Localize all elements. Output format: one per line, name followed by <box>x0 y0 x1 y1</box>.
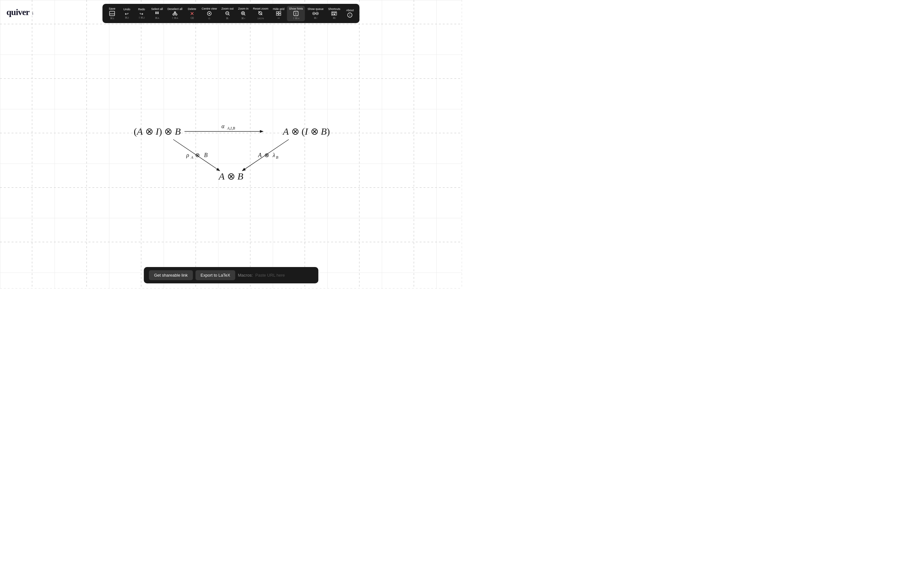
undo-shortcut: ⌘Z <box>125 16 129 19</box>
svg-text:ρ: ρ <box>186 152 189 158</box>
svg-point-18 <box>158 13 159 14</box>
show-hints-shortcut: ⇧⌘H <box>292 17 299 20</box>
zoom-in-shortcut: ⌘= <box>241 17 246 20</box>
toolbar-zoom-out[interactable]: Zoom out ⌘- <box>220 6 236 21</box>
svg-rect-39 <box>279 14 281 15</box>
svg-rect-51 <box>333 14 333 15</box>
svg-rect-37 <box>279 11 281 13</box>
svg-text:B: B <box>204 152 208 158</box>
svg-text:A,I,B: A,I,B <box>227 126 235 131</box>
logo[interactable]: quiver ↓ <box>6 7 34 17</box>
zoom-in-label: Zoom in <box>238 7 249 10</box>
redo-label: Redo <box>138 8 145 11</box>
toolbar-delete[interactable]: Delete ✕ ⌫ <box>185 6 199 21</box>
about-icon: i <box>347 13 352 18</box>
delete-label: Delete <box>188 7 196 11</box>
toolbar-about[interactable]: About i <box>343 7 357 20</box>
macros-input[interactable] <box>255 273 313 277</box>
svg-rect-52 <box>334 14 336 15</box>
canvas-area[interactable]: α A,I,B (A ⊗ I) ⊗ B A ⊗ (I ⊗ B) A ⊗ B ρ … <box>0 23 462 263</box>
svg-text:λ: λ <box>272 152 275 158</box>
svg-point-26 <box>208 13 210 14</box>
centre-view-label: Centre view <box>202 7 217 10</box>
toolbar-hide-grid[interactable]: Hide grid H <box>271 6 286 21</box>
deselect-all-shortcut: ⇧⌘A <box>172 17 178 19</box>
zoom-in-icon <box>241 11 246 17</box>
zoom-out-shortcut: ⌘- <box>226 17 229 20</box>
toolbar-deselect-all[interactable]: Deselect all ⇧⌘A <box>166 6 184 21</box>
select-all-shortcut: ⌘A <box>155 17 159 19</box>
delete-icon: ✕ <box>190 11 194 16</box>
shortcuts-label: Shortcuts <box>328 7 341 11</box>
toolbar-redo[interactable]: Redo ↪ ⇧⌘Z <box>134 6 149 21</box>
svg-text:A ⊗ (I ⊗ B): A ⊗ (I ⊗ B) <box>282 126 330 137</box>
toolbar-show-queue[interactable]: Show queue ⌘/ <box>306 6 326 21</box>
svg-line-35 <box>258 11 262 15</box>
svg-point-43 <box>313 13 314 14</box>
undo-label: Undo <box>124 8 131 11</box>
show-queue-label: Show queue <box>308 7 324 11</box>
svg-point-19 <box>156 11 157 13</box>
toolbar-zoom-in[interactable]: Zoom in ⌘= <box>236 6 250 21</box>
svg-rect-38 <box>276 14 278 15</box>
macros-label: Macros: <box>238 273 253 277</box>
svg-text:α: α <box>221 123 225 129</box>
zoom-out-label: Zoom out <box>221 7 234 10</box>
delete-shortcut: ⌫ <box>190 17 194 19</box>
svg-rect-47 <box>332 11 337 15</box>
svg-text:i: i <box>296 11 296 15</box>
centre-view-icon <box>207 11 212 17</box>
svg-rect-50 <box>335 12 336 13</box>
hide-grid-label: Hide grid <box>273 7 284 11</box>
svg-point-45 <box>317 13 318 14</box>
show-hints-icon: i <box>294 11 299 17</box>
toolbar-reset-zoom[interactable]: Reset zoom 141% <box>251 6 270 21</box>
svg-line-29 <box>228 15 229 15</box>
get-link-button[interactable]: Get shareable link <box>149 270 193 280</box>
svg-text:A: A <box>191 155 194 160</box>
reset-zoom-label: Reset zoom <box>253 7 268 10</box>
about-label: About <box>346 9 354 12</box>
svg-text:A ⊗ B: A ⊗ B <box>218 171 244 181</box>
show-queue-shortcut: ⌘/ <box>314 17 317 19</box>
shortcuts-shortcut: ⌘/ <box>333 17 336 19</box>
bottom-bar: Get shareable link Export to LaTeX Macro… <box>144 267 318 284</box>
export-latex-button[interactable]: Export to LaTeX <box>195 270 236 280</box>
math-diagram: α A,I,B (A ⊗ I) ⊗ B A ⊗ (I ⊗ B) A ⊗ B ρ … <box>106 98 356 187</box>
zoom-out-icon <box>225 11 230 17</box>
show-queue-icon <box>312 11 319 16</box>
svg-text:B: B <box>276 155 278 160</box>
reset-zoom-icon <box>258 11 263 17</box>
svg-rect-36 <box>276 11 278 13</box>
shortcuts-icon <box>331 11 337 16</box>
toolbar-shortcuts[interactable]: Shortcuts ⌘/ <box>326 6 342 21</box>
hide-grid-shortcut: H <box>278 17 280 19</box>
svg-point-23 <box>173 14 174 15</box>
toolbar-centre-view[interactable]: Centre view G <box>200 6 219 21</box>
select-all-icon <box>155 11 160 16</box>
svg-text:⊗: ⊗ <box>195 152 200 158</box>
diagram-svg: α A,I,B (A ⊗ I) ⊗ B A ⊗ (I ⊗ B) A ⊗ B ρ … <box>106 98 356 187</box>
show-hints-label: Show hints <box>289 7 303 10</box>
redo-icon: ↪ <box>140 11 144 16</box>
hide-grid-icon <box>276 11 281 16</box>
zoom-level: 141% <box>257 17 264 20</box>
toolbar-show-hints[interactable]: Show hints i ⇧⌘H <box>287 6 305 21</box>
undo-icon: ↩ <box>125 11 129 16</box>
svg-line-33 <box>244 15 245 15</box>
svg-text:A: A <box>258 152 262 158</box>
toolbar-undo[interactable]: Undo ↩ ⌘Z <box>120 6 134 21</box>
deselect-all-label: Deselect all <box>168 7 183 11</box>
svg-text:www: www <box>109 12 115 15</box>
toolbar-select-all[interactable]: Select all ⌘A <box>149 6 165 21</box>
svg-point-17 <box>156 13 157 14</box>
svg-point-22 <box>174 12 175 13</box>
centre-view-shortcut: G <box>208 17 210 20</box>
deselect-all-icon <box>172 11 178 16</box>
svg-rect-48 <box>333 12 333 13</box>
toolbar-save[interactable]: Save www ⌘S <box>105 6 119 21</box>
logo-icon: ↓ <box>31 10 34 16</box>
svg-text:(A ⊗ I) ⊗ B: (A ⊗ I) ⊗ B <box>134 126 181 137</box>
toolbar: Save www ⌘S Undo ↩ ⌘Z Redo ↪ ⇧⌘Z Select … <box>102 4 359 23</box>
svg-rect-49 <box>334 12 334 13</box>
